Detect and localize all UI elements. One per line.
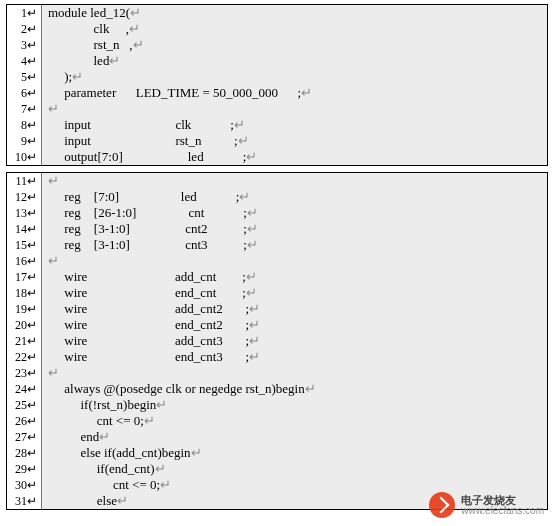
code-line: input rst_n ;↵ — [42, 133, 547, 149]
code-row: 30↵ cnt <= 0;↵ — [7, 477, 547, 493]
code-line: led↵ — [42, 53, 547, 69]
code-row: 21↵ wire add_cnt3 ;↵ — [7, 333, 547, 349]
line-number: 13↵ — [7, 205, 42, 221]
return-icon: ↵ — [234, 117, 245, 132]
code-text: clk , — [48, 21, 129, 36]
code-text: module led_12( — [48, 5, 130, 20]
return-icon: ↵ — [249, 333, 260, 348]
line-number: 7↵ — [7, 101, 42, 117]
code-line: reg [3-1:0] cnt3 ;↵ — [42, 237, 547, 253]
code-text: cnt <= 0; — [48, 477, 160, 492]
code-text: if(!rst_n)begin — [48, 397, 156, 412]
elecfans-logo-icon — [429, 492, 455, 518]
line-number: 30↵ — [7, 477, 42, 493]
code-line: input clk ;↵ — [42, 117, 547, 133]
line-number: 3↵ — [7, 37, 42, 53]
line-number: 16↵ — [7, 253, 42, 269]
code-line: clk ,↵ — [42, 21, 547, 37]
return-icon: ↵ — [48, 365, 59, 380]
return-icon: ↵ — [191, 445, 202, 460]
return-icon: ↵ — [155, 461, 166, 476]
code-row: 27↵ end↵ — [7, 429, 547, 445]
watermark-cn: 电子发烧友 — [461, 495, 544, 506]
code-row: 14↵ reg [3-1:0] cnt2 ;↵ — [7, 221, 547, 237]
return-icon: ↵ — [160, 477, 171, 492]
code-row: 13↵ reg [26-1:0] cnt ;↵ — [7, 205, 547, 221]
code-row: 25↵ if(!rst_n)begin↵ — [7, 397, 547, 413]
line-number: 28↵ — [7, 445, 42, 461]
code-row: 2↵ clk ,↵ — [7, 21, 547, 37]
code-row: 26↵ cnt <= 0;↵ — [7, 413, 547, 429]
return-icon: ↵ — [48, 253, 59, 268]
return-icon: ↵ — [301, 85, 312, 100]
code-line: ↵ — [42, 365, 547, 381]
code-row: 6↵ parameter LED_TIME = 50_000_000 ;↵ — [7, 85, 547, 101]
code-line: reg [26-1:0] cnt ;↵ — [42, 205, 547, 221]
code-text: reg [3-1:0] cnt2 ; — [48, 221, 247, 236]
code-line: output[7:0] led ;↵ — [42, 149, 547, 165]
line-number: 20↵ — [7, 317, 42, 333]
code-row: 29↵ if(end_cnt)↵ — [7, 461, 547, 477]
return-icon: ↵ — [247, 205, 258, 220]
code-line: always @(posedge clk or negedge rst_n)be… — [42, 381, 547, 397]
code-row: 24↵ always @(posedge clk or negedge rst_… — [7, 381, 547, 397]
return-icon: ↵ — [247, 221, 258, 236]
code-text: input rst_n ; — [48, 133, 238, 148]
return-icon: ↵ — [246, 269, 257, 284]
watermark-text: 电子发烧友 www.elecfans.com — [461, 495, 544, 516]
code-row: 20↵ wire end_cnt2 ;↵ — [7, 317, 547, 333]
line-number: 22↵ — [7, 349, 42, 365]
code-line: reg [3-1:0] cnt2 ;↵ — [42, 221, 547, 237]
code-row: 7↵↵ — [7, 101, 547, 117]
code-row: 22↵ wire end_cnt3 ;↵ — [7, 349, 547, 365]
line-number: 23↵ — [7, 365, 42, 381]
line-number: 6↵ — [7, 85, 42, 101]
return-icon: ↵ — [246, 285, 257, 300]
code-line: parameter LED_TIME = 50_000_000 ;↵ — [42, 85, 547, 101]
line-number: 5↵ — [7, 69, 42, 85]
line-number: 18↵ — [7, 285, 42, 301]
code-line: ↵ — [42, 253, 547, 269]
return-icon: ↵ — [48, 101, 59, 116]
code-text: rst_n , — [48, 37, 133, 52]
code-screenshot: 1↵module led_12(↵2↵ clk ,↵3↵ rst_n ,↵4↵ … — [0, 0, 554, 522]
code-block-2: 11↵↵12↵ reg [7:0] led ;↵13↵ reg [26-1:0]… — [6, 172, 548, 510]
code-row: 23↵↵ — [7, 365, 547, 381]
return-icon: ↵ — [246, 149, 257, 164]
code-row: 5↵ );↵ — [7, 69, 547, 85]
code-line: ↵ — [42, 173, 547, 189]
return-icon: ↵ — [156, 397, 167, 412]
code-text: reg [26-1:0] cnt ; — [48, 205, 247, 220]
code-line: reg [7:0] led ;↵ — [42, 189, 547, 205]
code-row: 1↵module led_12(↵ — [7, 5, 547, 21]
return-icon: ↵ — [249, 349, 260, 364]
line-number: 29↵ — [7, 461, 42, 477]
line-number: 14↵ — [7, 221, 42, 237]
code-line: if(end_cnt)↵ — [42, 461, 547, 477]
line-number: 1↵ — [7, 5, 42, 21]
line-number: 17↵ — [7, 269, 42, 285]
line-number: 12↵ — [7, 189, 42, 205]
code-text: else — [48, 493, 117, 508]
code-line: rst_n ,↵ — [42, 37, 547, 53]
code-text: output[7:0] led ; — [48, 149, 246, 164]
return-icon: ↵ — [48, 173, 59, 188]
code-row: 16↵↵ — [7, 253, 547, 269]
code-row: 11↵↵ — [7, 173, 547, 189]
code-text: reg [3-1:0] cnt3 ; — [48, 237, 247, 252]
code-text: parameter LED_TIME = 50_000_000 ; — [48, 85, 301, 100]
return-icon: ↵ — [130, 5, 141, 20]
line-number: 4↵ — [7, 53, 42, 69]
watermark-url: www.elecfans.com — [461, 506, 544, 516]
code-line: else if(add_cnt)begin↵ — [42, 445, 547, 461]
code-text: cnt <= 0; — [48, 413, 144, 428]
return-icon: ↵ — [129, 21, 140, 36]
code-row: 18↵ wire end_cnt ;↵ — [7, 285, 547, 301]
line-number: 21↵ — [7, 333, 42, 349]
code-line: wire end_cnt ;↵ — [42, 285, 547, 301]
code-row: 12↵ reg [7:0] led ;↵ — [7, 189, 547, 205]
return-icon: ↵ — [144, 413, 155, 428]
line-number: 9↵ — [7, 133, 42, 149]
line-number: 24↵ — [7, 381, 42, 397]
return-icon: ↵ — [99, 429, 110, 444]
